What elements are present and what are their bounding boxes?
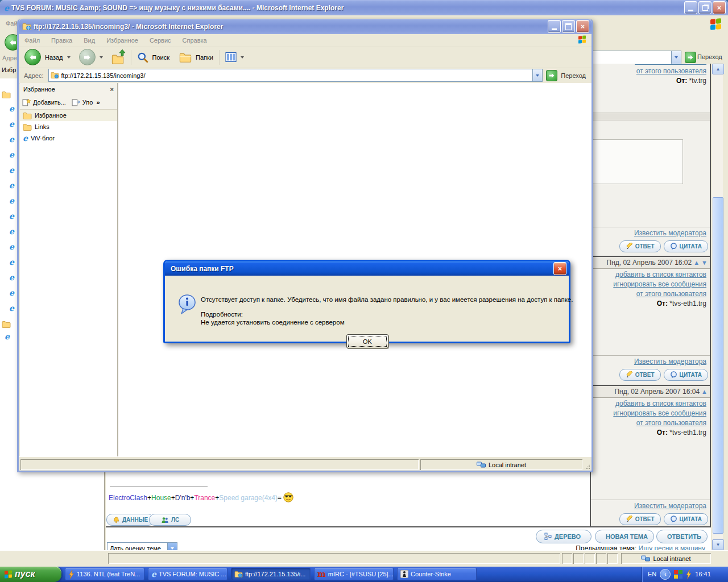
add-contact-link[interactable]: добавить в список контактов — [615, 271, 706, 278]
tray-clock[interactable]: 16:41 — [695, 571, 711, 577]
ignore-messages-link[interactable]: игнорировать все сообщения — [613, 280, 706, 288]
minimize-button[interactable] — [548, 20, 561, 33]
favorite-ie-icon[interactable]: e — [9, 227, 14, 235]
menu-file[interactable]: Файл — [24, 37, 40, 44]
reply-button[interactable]: ОТВЕТ — [619, 513, 661, 525]
favorite-ie-icon[interactable]: e — [9, 289, 14, 297]
start-button[interactable]: пуск — [0, 566, 61, 582]
views-chevron-icon[interactable] — [241, 56, 244, 59]
ok-button[interactable]: OK — [346, 334, 388, 348]
quote-button[interactable]: ЦИТАТА — [664, 240, 708, 252]
folder-icon[interactable] — [2, 91, 11, 98]
scroll-down-button[interactable]: ▼ — [712, 539, 724, 550]
background-go-button[interactable] — [685, 52, 696, 63]
winamp-tray-icon[interactable] — [686, 570, 692, 579]
notify-moderator-link[interactable]: Известить модератора — [634, 502, 706, 510]
background-address-input[interactable] — [590, 51, 681, 64]
dialog-titlebar[interactable]: Ошибка папки FTP × — [165, 261, 569, 276]
restore-button[interactable] — [698, 1, 712, 14]
search-button-label[interactable]: Поиск — [152, 54, 169, 61]
organize-favorites-button[interactable]: Упо — [82, 99, 93, 106]
language-indicator[interactable]: EN — [648, 571, 656, 577]
favorite-ie-icon[interactable]: e — [9, 243, 14, 251]
favorite-ie-icon[interactable]: e — [9, 273, 14, 281]
taskbar-task-forum[interactable]: e TVS FORUM: MUSIC ... — [148, 568, 228, 580]
dialog-close-button[interactable]: × — [553, 262, 566, 275]
forum-scrollbar[interactable]: ▲ ▼ — [712, 64, 723, 550]
add-favorite-button[interactable]: Добавить... — [33, 99, 66, 106]
quote-button[interactable]: ЦИТАТА — [664, 513, 708, 525]
background-window-titlebar[interactable]: e TVS FORUM: MUSIC &amp; SOUND => ищу му… — [0, 0, 728, 15]
user-posts-link[interactable]: от этого пользователя — [636, 419, 706, 427]
tray-app-icon[interactable] — [674, 570, 682, 579]
user-posts-link[interactable]: от этого пользователя — [636, 67, 706, 75]
views-icon[interactable] — [225, 52, 237, 62]
new-topic-button[interactable]: НОВАЯ ТЕМА — [595, 530, 654, 543]
favorite-ie-icon[interactable]: e — [9, 197, 14, 205]
address-dropdown-button[interactable] — [671, 51, 681, 64]
favorite-ie-icon[interactable]: e — [9, 135, 14, 143]
back-button-label[interactable]: Назад — [45, 54, 63, 61]
forward-button[interactable] — [79, 49, 96, 65]
back-history-chevron-icon[interactable] — [67, 56, 71, 59]
maximize-button[interactable] — [562, 20, 575, 33]
private-message-button[interactable]: ЛС — [149, 514, 191, 526]
close-button[interactable]: × — [713, 1, 726, 14]
menu-help[interactable]: Справка — [183, 37, 207, 44]
reply-button[interactable]: ОТВЕТ — [619, 240, 661, 252]
folders-icon[interactable] — [179, 52, 192, 63]
scrollbar-thumb[interactable] — [713, 197, 723, 534]
taskbar-task-counter-strike[interactable]: Counter-Strike — [397, 568, 477, 580]
folder-icon[interactable] — [2, 321, 11, 328]
address-dropdown-button[interactable] — [532, 69, 542, 81]
scroll-up-button[interactable]: ▲ — [712, 64, 724, 74]
tree-view-button[interactable]: ДЕРЕВО — [536, 530, 592, 543]
ignore-messages-link[interactable]: игнорировать все сообщения — [613, 409, 706, 417]
search-icon[interactable] — [137, 52, 148, 63]
menu-tools[interactable]: Сервис — [150, 37, 171, 44]
go-button-label[interactable]: Переход — [561, 72, 586, 79]
favorite-ie-icon[interactable]: e — [9, 212, 14, 220]
back-button[interactable] — [24, 49, 41, 65]
menu-view[interactable]: Вид — [84, 37, 95, 44]
folders-button-label[interactable]: Папки — [196, 54, 213, 61]
collapse-up-icon[interactable]: ▲ — [701, 388, 708, 395]
profile-button[interactable]: ДАННЫЕ — [106, 514, 154, 526]
background-go-label[interactable]: Переход — [697, 53, 722, 60]
quote-button[interactable]: ЦИТАТА — [664, 369, 708, 381]
menu-favorites[interactable]: Избранное — [106, 37, 138, 44]
collapse-down-icon[interactable]: ▼ — [701, 259, 708, 266]
reply-topic-button[interactable]: ОТВЕТИТЬ — [656, 530, 708, 543]
resize-grip[interactable] — [584, 463, 591, 470]
overflow-chevron-icon[interactable]: » — [96, 99, 100, 106]
up-folder-button[interactable] — [111, 51, 125, 64]
favorite-ie-icon[interactable]: e — [9, 151, 14, 159]
minimize-button[interactable] — [684, 1, 697, 14]
favorite-ie-icon[interactable]: e — [9, 120, 14, 128]
close-panel-icon[interactable]: × — [110, 86, 114, 93]
taskbar-task-mirc[interactable]: m mIRC - [#TSUSU [25]... — [314, 568, 394, 580]
reply-button[interactable]: ОТВЕТ — [619, 369, 661, 381]
ftp-window-titlebar[interactable]: ftp://172.21.15.135/incoming3/ - Microso… — [19, 19, 592, 34]
favorite-item-izbrannoe[interactable]: Избранное — [20, 110, 117, 121]
favorite-ie-icon[interactable]: e — [9, 304, 14, 312]
add-contact-link[interactable]: добавить в список контактов — [615, 400, 706, 408]
notify-moderator-link[interactable]: Известить модератора — [634, 229, 706, 237]
favorite-item-links[interactable]: Links — [20, 121, 117, 132]
collapse-up-icon[interactable]: ▲ — [693, 259, 700, 266]
favorite-ie-icon[interactable]: e — [9, 166, 14, 174]
taskbar-task-winamp[interactable]: 1136. NTL (feat TreN... — [65, 568, 144, 580]
close-button[interactable]: × — [576, 20, 589, 33]
address-input[interactable]: ftp://172.21.15.135/incoming3/ — [48, 69, 543, 82]
go-button[interactable] — [546, 70, 557, 81]
forward-history-chevron-icon[interactable] — [100, 56, 103, 59]
tray-collapse-chevron-icon[interactable]: ‹ — [660, 569, 671, 580]
favorite-ie-icon[interactable]: e — [9, 105, 14, 113]
favorite-ie-icon[interactable]: e — [9, 258, 14, 266]
taskbar-task-ftp[interactable]: ftp://172.21.15.135/i... — [231, 568, 311, 580]
notify-moderator-link[interactable]: Известить модератора — [634, 357, 706, 365]
favorite-item-viv-blog[interactable]: e ViV-блог — [20, 132, 117, 144]
favorite-ie-icon[interactable]: e — [5, 332, 10, 340]
user-posts-link[interactable]: от этого пользователя — [636, 290, 706, 298]
favorite-ie-icon[interactable]: e — [9, 181, 14, 189]
